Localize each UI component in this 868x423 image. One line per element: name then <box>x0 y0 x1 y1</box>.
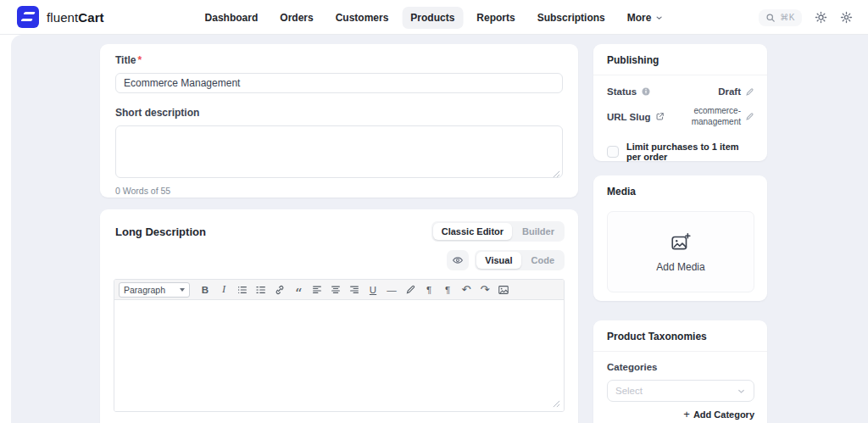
slug-row: URL Slug ecommerce-management <box>593 106 767 127</box>
nav-item-more-label: More <box>627 12 652 24</box>
add-media-dropzone[interactable]: Add Media <box>607 211 754 292</box>
title-input[interactable] <box>115 73 563 93</box>
undo-button[interactable]: ↶ <box>458 281 475 298</box>
tab-visual[interactable]: Visual <box>476 252 520 269</box>
numbered-list-icon <box>255 284 267 296</box>
add-category-label: Add Category <box>693 409 754 420</box>
settings-gear-icon <box>840 11 853 24</box>
limit-purchase-label: Limit purchases to 1 item per order <box>626 142 754 162</box>
blockquote-button[interactable]: “ <box>290 281 307 298</box>
media-title: Media <box>593 175 767 206</box>
slug-label: URL Slug <box>607 112 651 122</box>
redo-button[interactable]: ↷ <box>476 281 493 298</box>
long-description-card: Long Description Classic Editor Builder … <box>100 209 578 423</box>
brand-logo[interactable]: fluentCart <box>0 6 104 28</box>
basic-info-card: Title* Short description 0 Words of 55 <box>100 44 578 198</box>
insert-image-button[interactable] <box>495 281 512 298</box>
align-left-icon <box>311 284 323 296</box>
theme-toggle-button[interactable] <box>815 11 827 24</box>
rtl-button[interactable]: ¶ <box>439 281 456 298</box>
align-center-button[interactable] <box>327 281 344 298</box>
search-shortcut: ⌘K <box>780 13 795 22</box>
format-select-value: Paragraph <box>124 285 165 295</box>
nav-item-products[interactable]: Products <box>402 7 463 29</box>
title-field-label: Title* <box>115 54 563 66</box>
slug-value-wrap[interactable]: ecommerce-management <box>673 106 754 127</box>
eye-icon <box>452 254 464 266</box>
top-navigation-bar: fluentCart Dashboard Orders Customers Pr… <box>0 0 868 35</box>
tab-classic-editor[interactable]: Classic Editor <box>433 223 512 240</box>
edit-pencil-icon[interactable] <box>745 112 754 121</box>
tab-builder[interactable]: Builder <box>514 223 563 240</box>
bulleted-list-button[interactable] <box>234 281 251 298</box>
taxonomies-title: Product Taxonomies <box>593 320 767 351</box>
divider <box>593 75 767 75</box>
clear-format-button[interactable] <box>402 281 419 298</box>
settings-button[interactable] <box>840 11 853 24</box>
status-label-wrap: Status <box>607 86 651 97</box>
nav-item-orders[interactable]: Orders <box>271 7 321 29</box>
title-label-text: Title <box>115 54 136 66</box>
preview-button[interactable] <box>447 250 469 270</box>
link-button[interactable] <box>271 281 288 298</box>
info-icon <box>641 86 651 97</box>
chevron-down-icon <box>737 387 746 396</box>
add-media-image-icon <box>670 231 692 253</box>
horizontal-rule-button[interactable]: — <box>383 281 400 298</box>
nav-item-dashboard[interactable]: Dashboard <box>197 7 267 29</box>
align-right-button[interactable] <box>346 281 363 298</box>
editor-resize-grip-icon[interactable] <box>553 400 560 408</box>
slug-value: ecommerce-management <box>673 106 741 127</box>
external-link-icon[interactable] <box>655 112 665 121</box>
format-select[interactable]: Paragraph <box>119 282 190 298</box>
categories-label: Categories <box>607 362 754 372</box>
editor-toolbar: Paragraph B I “ <box>114 280 564 300</box>
status-row: Status Draft <box>593 86 767 97</box>
brand-name: fluentCart <box>47 10 104 25</box>
nav-item-subscriptions[interactable]: Subscriptions <box>529 7 614 29</box>
limit-purchase-checkbox[interactable] <box>607 146 619 158</box>
italic-button[interactable]: I <box>215 281 232 298</box>
align-center-icon <box>330 284 342 296</box>
plus-icon: + <box>683 410 690 419</box>
topbar-actions: ⌘K <box>759 0 853 35</box>
bold-button[interactable]: B <box>197 281 214 298</box>
product-edit-page: fluentCart Dashboard Orders Customers Pr… <box>0 0 868 423</box>
editor-content-area[interactable] <box>114 300 564 411</box>
nav-item-customers[interactable]: Customers <box>327 7 398 29</box>
long-description-title: Long Description <box>115 225 206 238</box>
short-description-wrap <box>115 125 563 181</box>
publishing-card: Publishing Status Draft URL Slug ecommer… <box>593 44 767 161</box>
add-media-label: Add Media <box>656 261 704 273</box>
search-button[interactable]: ⌘K <box>759 9 802 26</box>
categories-select[interactable]: Select <box>607 380 754 402</box>
short-description-textarea[interactable] <box>115 125 563 178</box>
search-icon <box>765 13 776 23</box>
align-left-button[interactable] <box>309 281 326 298</box>
add-category-button[interactable]: + Add Category <box>607 409 754 420</box>
bulleted-list-icon <box>236 284 248 296</box>
underline-button[interactable]: U <box>364 281 381 298</box>
categories-select-placeholder: Select <box>615 386 643 396</box>
edit-pencil-icon[interactable] <box>745 87 754 97</box>
visual-code-toggle: Visual Code <box>475 250 565 270</box>
tab-code[interactable]: Code <box>523 252 564 269</box>
image-icon <box>498 284 509 296</box>
nav-item-more[interactable]: More <box>619 7 672 29</box>
fluentcart-logo-icon <box>17 6 39 28</box>
status-label: Status <box>607 86 637 97</box>
short-description-label: Short description <box>115 107 563 119</box>
status-value-wrap[interactable]: Draft <box>718 86 754 97</box>
media-card: Media Add Media <box>593 175 767 301</box>
ltr-button[interactable]: ¶ <box>420 281 437 298</box>
numbered-list-button[interactable] <box>253 281 270 298</box>
theme-sun-icon <box>815 11 827 24</box>
clear-format-pencil-icon <box>405 284 416 295</box>
required-mark: * <box>137 54 142 66</box>
main-nav: Dashboard Orders Customers Products Repo… <box>197 0 672 35</box>
brand-name-regular: fluent <box>47 10 78 25</box>
long-description-header: Long Description Classic Editor Builder <box>112 220 566 242</box>
link-icon <box>274 284 286 296</box>
nav-item-reports[interactable]: Reports <box>468 7 523 29</box>
resize-grip-icon[interactable] <box>553 170 560 178</box>
